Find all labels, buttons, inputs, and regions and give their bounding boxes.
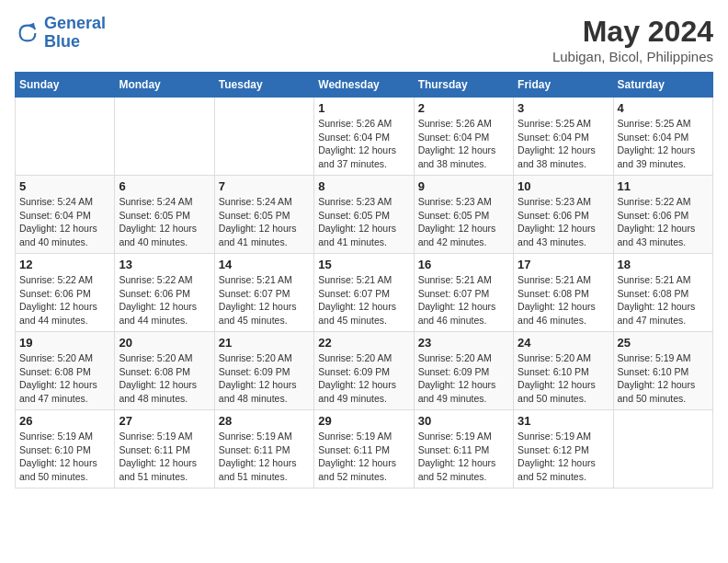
day-number: 18 [618,258,709,271]
day-number: 22 [318,336,409,350]
weekday-header-row: SundayMondayTuesdayWednesdayThursdayFrid… [16,73,713,98]
day-info: Sunrise: 5:19 AM Sunset: 6:11 PM Dayligh… [318,430,409,484]
day-info: Sunrise: 5:19 AM Sunset: 6:11 PM Dayligh… [418,430,509,484]
calendar-cell [16,98,115,176]
calendar-cell: 1Sunrise: 5:26 AM Sunset: 6:04 PM Daylig… [314,98,414,176]
day-number: 1 [318,101,409,115]
day-number: 7 [219,179,310,193]
calendar-cell: 31Sunrise: 5:19 AM Sunset: 6:12 PM Dayli… [514,410,613,488]
calendar-cell: 5Sunrise: 5:24 AM Sunset: 6:04 PM Daylig… [16,176,115,254]
day-info: Sunrise: 5:24 AM Sunset: 6:05 PM Dayligh… [219,195,310,249]
day-number: 15 [318,258,409,271]
day-info: Sunrise: 5:21 AM Sunset: 6:07 PM Dayligh… [219,273,310,327]
weekday-header-sunday: Sunday [16,73,115,98]
calendar-cell: 25Sunrise: 5:19 AM Sunset: 6:10 PM Dayli… [613,332,712,410]
day-number: 12 [19,258,110,271]
day-info: Sunrise: 5:25 AM Sunset: 6:04 PM Dayligh… [618,117,709,171]
day-number: 23 [418,336,509,350]
weekday-header-wednesday: Wednesday [314,73,414,98]
day-number: 26 [19,414,110,428]
calendar-cell: 24Sunrise: 5:20 AM Sunset: 6:10 PM Dayli… [514,332,613,410]
day-number: 21 [219,336,310,350]
day-number: 27 [119,414,210,428]
calendar-cell: 28Sunrise: 5:19 AM Sunset: 6:11 PM Dayli… [214,410,313,488]
day-info: Sunrise: 5:22 AM Sunset: 6:06 PM Dayligh… [19,273,110,327]
day-number: 25 [618,336,709,350]
calendar-cell: 26Sunrise: 5:19 AM Sunset: 6:10 PM Dayli… [16,410,115,488]
day-number: 24 [518,336,609,350]
calendar-cell: 2Sunrise: 5:26 AM Sunset: 6:04 PM Daylig… [414,98,513,176]
day-number: 8 [318,179,409,193]
day-info: Sunrise: 5:19 AM Sunset: 6:10 PM Dayligh… [618,351,709,406]
day-number: 20 [119,336,210,350]
calendar-subtitle: Lubigan, Bicol, Philippines [552,49,713,64]
calendar-cell: 16Sunrise: 5:21 AM Sunset: 6:07 PM Dayli… [414,254,513,332]
day-info: Sunrise: 5:19 AM Sunset: 6:11 PM Dayligh… [219,430,310,484]
calendar-cell: 3Sunrise: 5:25 AM Sunset: 6:04 PM Daylig… [514,98,613,176]
day-number: 10 [518,179,609,193]
day-info: Sunrise: 5:25 AM Sunset: 6:04 PM Dayligh… [518,117,609,171]
day-number: 31 [518,414,609,428]
day-info: Sunrise: 5:20 AM Sunset: 6:08 PM Dayligh… [19,351,110,406]
weekday-header-friday: Friday [514,73,613,98]
weekday-header-tuesday: Tuesday [214,73,313,98]
day-info: Sunrise: 5:21 AM Sunset: 6:08 PM Dayligh… [618,273,709,327]
day-info: Sunrise: 5:19 AM Sunset: 6:11 PM Dayligh… [119,430,210,484]
logo-icon [15,20,40,46]
day-number: 14 [219,258,310,271]
day-number: 5 [19,179,110,193]
day-number: 19 [19,336,110,350]
calendar-cell: 30Sunrise: 5:19 AM Sunset: 6:11 PM Dayli… [414,410,513,488]
calendar-cell: 19Sunrise: 5:20 AM Sunset: 6:08 PM Dayli… [16,332,115,410]
calendar-table: SundayMondayTuesdayWednesdayThursdayFrid… [15,72,713,488]
calendar-cell: 29Sunrise: 5:19 AM Sunset: 6:11 PM Dayli… [314,410,414,488]
calendar-cell: 21Sunrise: 5:20 AM Sunset: 6:09 PM Dayli… [214,332,313,410]
calendar-cell: 12Sunrise: 5:22 AM Sunset: 6:06 PM Dayli… [16,254,115,332]
calendar-cell: 8Sunrise: 5:23 AM Sunset: 6:05 PM Daylig… [314,176,414,254]
weekday-header-thursday: Thursday [414,73,513,98]
calendar-cell: 14Sunrise: 5:21 AM Sunset: 6:07 PM Dayli… [214,254,313,332]
day-info: Sunrise: 5:20 AM Sunset: 6:08 PM Dayligh… [119,351,210,406]
week-row-5: 26Sunrise: 5:19 AM Sunset: 6:10 PM Dayli… [16,410,713,488]
calendar-cell: 23Sunrise: 5:20 AM Sunset: 6:09 PM Dayli… [414,332,513,410]
day-number: 11 [618,179,709,193]
calendar-header: SundayMondayTuesdayWednesdayThursdayFrid… [16,73,713,98]
day-info: Sunrise: 5:19 AM Sunset: 6:12 PM Dayligh… [518,430,609,484]
calendar-cell [115,98,214,176]
day-number: 4 [618,101,709,115]
logo-blue: Blue [44,32,80,51]
calendar-cell: 27Sunrise: 5:19 AM Sunset: 6:11 PM Dayli… [115,410,214,488]
calendar-body: 1Sunrise: 5:26 AM Sunset: 6:04 PM Daylig… [16,98,713,488]
day-info: Sunrise: 5:26 AM Sunset: 6:04 PM Dayligh… [418,117,509,171]
day-info: Sunrise: 5:21 AM Sunset: 6:07 PM Dayligh… [318,273,409,327]
calendar-cell: 20Sunrise: 5:20 AM Sunset: 6:08 PM Dayli… [115,332,214,410]
day-number: 17 [518,258,609,271]
day-info: Sunrise: 5:23 AM Sunset: 6:05 PM Dayligh… [418,195,509,249]
calendar-cell: 22Sunrise: 5:20 AM Sunset: 6:09 PM Dayli… [314,332,414,410]
week-row-2: 5Sunrise: 5:24 AM Sunset: 6:04 PM Daylig… [16,176,713,254]
calendar-cell: 4Sunrise: 5:25 AM Sunset: 6:04 PM Daylig… [613,98,712,176]
calendar-cell: 10Sunrise: 5:23 AM Sunset: 6:06 PM Dayli… [514,176,613,254]
logo: General Blue [15,15,106,52]
title-block: May 2024 Lubigan, Bicol, Philippines [552,15,713,64]
day-number: 30 [418,414,509,428]
day-info: Sunrise: 5:24 AM Sunset: 6:04 PM Dayligh… [19,195,110,249]
day-info: Sunrise: 5:21 AM Sunset: 6:08 PM Dayligh… [518,273,609,327]
day-number: 13 [119,258,210,271]
calendar-cell: 6Sunrise: 5:24 AM Sunset: 6:05 PM Daylig… [115,176,214,254]
day-info: Sunrise: 5:22 AM Sunset: 6:06 PM Dayligh… [119,273,210,327]
calendar-cell: 11Sunrise: 5:22 AM Sunset: 6:06 PM Dayli… [613,176,712,254]
weekday-header-saturday: Saturday [613,73,712,98]
logo-general: General [44,14,106,32]
calendar-cell: 9Sunrise: 5:23 AM Sunset: 6:05 PM Daylig… [414,176,513,254]
calendar-title: May 2024 [552,15,713,49]
page-header: General Blue May 2024 Lubigan, Bicol, Ph… [15,15,713,64]
calendar-cell: 7Sunrise: 5:24 AM Sunset: 6:05 PM Daylig… [214,176,313,254]
week-row-4: 19Sunrise: 5:20 AM Sunset: 6:08 PM Dayli… [16,332,713,410]
week-row-1: 1Sunrise: 5:26 AM Sunset: 6:04 PM Daylig… [16,98,713,176]
day-number: 16 [418,258,509,271]
day-info: Sunrise: 5:26 AM Sunset: 6:04 PM Dayligh… [318,117,409,171]
logo-text: General Blue [44,15,106,52]
day-number: 28 [219,414,310,428]
day-info: Sunrise: 5:19 AM Sunset: 6:10 PM Dayligh… [19,430,110,484]
